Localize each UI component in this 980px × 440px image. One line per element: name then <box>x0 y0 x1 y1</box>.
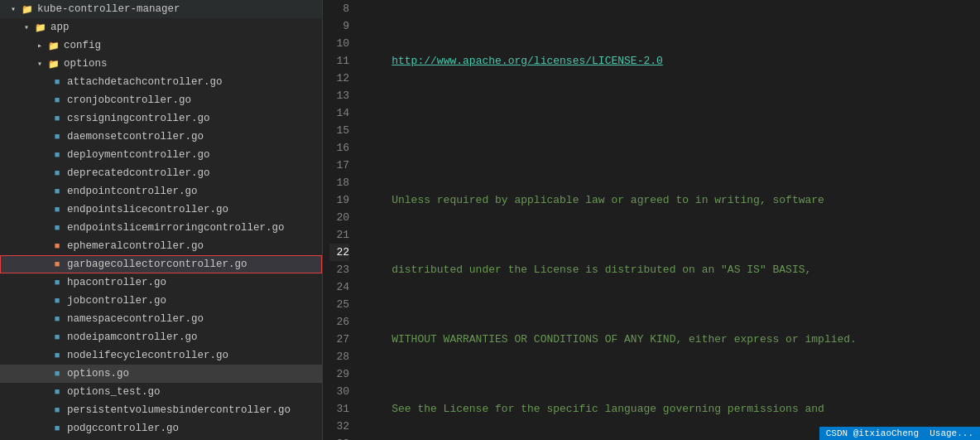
tree-label: jobcontroller.go <box>67 295 166 307</box>
tree-label: nodelifecyclecontroller.go <box>67 350 228 361</box>
tree-arrow-root: ▾ <box>7 4 20 14</box>
tree-file-namespace[interactable]: ■ namespacecontroller.go <box>0 310 322 328</box>
tree-label-root: kube-controller-manager <box>37 3 180 15</box>
go-file-icon: ■ <box>50 314 65 324</box>
go-file-icon: ■ <box>50 241 65 251</box>
tree-label: hpacontroller.go <box>67 277 166 288</box>
tree-file-hpa[interactable]: ■ hpacontroller.go <box>0 273 322 292</box>
tree-file-nodeipadm[interactable]: ■ nodeipamcontroller.go <box>0 328 322 346</box>
bottom-bar-text: CSDN @itxiaoCheng <box>826 428 919 438</box>
link-apache[interactable]: http://www.apache.org/licenses/LICENSE-2… <box>392 55 663 67</box>
tree-label: namespacecontroller.go <box>67 313 204 325</box>
go-file-icon: ■ <box>50 296 65 306</box>
tree-file-endpointslicemirroring[interactable]: ■ endpointslicemirroringcontroller.go <box>0 219 322 237</box>
tree-file-options-go[interactable]: ■ options.go <box>0 365 322 383</box>
tree-arrow-options: ▾ <box>33 59 46 69</box>
tree-arrow-app: ▾ <box>20 22 33 32</box>
folder-icon-options: 📁 <box>46 59 61 70</box>
tree-file-podgc[interactable]: ■ podgccontroller.go <box>0 419 322 438</box>
folder-icon-root: 📁 <box>20 4 35 15</box>
go-file-icon: ■ <box>50 114 65 123</box>
go-file-icon: ■ <box>50 278 65 288</box>
go-file-icon: ■ <box>50 150 65 160</box>
go-file-icon: ■ <box>50 332 65 342</box>
tree-file-job[interactable]: ■ jobcontroller.go <box>0 292 322 310</box>
tree-app[interactable]: ▾ 📁 app <box>0 18 322 36</box>
tree-label: ephemeralcontroller.go <box>67 240 204 252</box>
tree-options-folder[interactable]: ▾ 📁 options <box>0 55 322 73</box>
tree-arrow-config: ▸ <box>33 41 46 51</box>
tree-label: daemonsetcontroller.go <box>67 131 204 143</box>
code-line-11: distributed under the License is distrib… <box>366 261 980 278</box>
go-file-icon: ■ <box>50 223 65 233</box>
tree-root[interactable]: ▾ 📁 kube-controller-manager <box>0 0 322 18</box>
go-file-icon: ■ <box>50 351 65 360</box>
code-line-10: Unless required by applicable law or agr… <box>366 191 980 209</box>
tree-label-config: config <box>64 40 101 51</box>
file-tree[interactable]: ▾ 📁 kube-controller-manager ▾ 📁 app ▸ 📁 … <box>0 0 323 440</box>
tree-file-daemonset[interactable]: ■ daemonsetcontroller.go <box>0 128 322 146</box>
tree-file-options-test[interactable]: ■ options_test.go <box>0 383 322 401</box>
tree-file-cronjob[interactable]: ■ cronjobcontroller.go <box>0 91 322 109</box>
tree-file-csrsigning[interactable]: ■ csrsigningcontroller.go <box>0 109 322 128</box>
go-file-icon: ■ <box>50 132 65 142</box>
line-numbers: 8 9 10 11 12 13 14 15 16 17 18 19 20 21 … <box>323 0 359 440</box>
code-line-8: http://www.apache.org/licenses/LICENSE-2… <box>366 52 980 70</box>
folder-icon-app: 📁 <box>33 22 48 33</box>
tree-label: options_test.go <box>67 386 161 398</box>
tree-label-options-go: options.go <box>67 368 129 380</box>
tree-file-nodelifecycle[interactable]: ■ nodelifecyclecontroller.go <box>0 346 322 365</box>
tree-file-endpointslice[interactable]: ■ endpointslicecontroller.go <box>0 201 322 219</box>
tree-label: endpointslicecontroller.go <box>67 204 228 215</box>
go-file-icon: ■ <box>50 77 65 87</box>
tree-file-endpoint[interactable]: ■ endpointcontroller.go <box>0 182 322 201</box>
go-file-icon: ■ <box>50 95 65 105</box>
go-file-icon: ■ <box>50 205 65 215</box>
tree-label-options: options <box>64 58 108 70</box>
tree-label: deprecatedcontroller.go <box>67 167 210 179</box>
bottom-bar-suffix: Usage... <box>930 428 973 438</box>
folder-icon-config: 📁 <box>46 41 61 51</box>
tree-label: attachdetachcontroller.go <box>67 76 223 88</box>
tree-label: endpointslicemirroringcontroller.go <box>67 222 285 234</box>
code-line-13: See the License for the specific languag… <box>366 400 980 418</box>
go-file-icon: ■ <box>50 405 65 415</box>
code-lines: http://www.apache.org/licenses/LICENSE-2… <box>359 0 980 440</box>
tree-file-deployment[interactable]: ■ deploymentcontroller.go <box>0 146 322 164</box>
code-editor[interactable]: 8 9 10 11 12 13 14 15 16 17 18 19 20 21 … <box>323 0 980 440</box>
code-line-9 <box>366 122 980 139</box>
tree-label: nodeipamcontroller.go <box>67 331 198 343</box>
tree-label: podgccontroller.go <box>67 423 179 434</box>
tree-label: endpointcontroller.go <box>67 186 198 197</box>
go-file-icon: ■ <box>50 369 65 379</box>
tree-file-deprecated[interactable]: ■ deprecatedcontroller.go <box>0 164 322 182</box>
tree-file-garbagecollector[interactable]: ■ garbagecollectorcontroller.go <box>0 255 322 273</box>
go-file-icon: ■ <box>50 423 65 433</box>
tree-label: csrsigningcontroller.go <box>67 113 210 124</box>
go-file-icon: ■ <box>50 387 65 397</box>
status-bar: CSDN @itxiaoCheng Usage... <box>819 427 980 440</box>
tree-label: deploymentcontroller.go <box>67 149 210 161</box>
tree-label: cronjobcontroller.go <box>67 94 191 106</box>
tree-label: persistentvolumesbindercontroller.go <box>67 404 291 416</box>
code-line-12: WITHOUT WARRANTIES OR CONDITIONS OF ANY … <box>366 331 980 348</box>
go-file-icon: ■ <box>50 186 65 196</box>
go-file-icon-selected: ■ <box>50 259 65 269</box>
tree-file-attachdetach[interactable]: ■ attachdetachcontroller.go <box>0 73 322 91</box>
tree-file-persistentvol[interactable]: ■ persistentvolumesbindercontroller.go <box>0 401 322 419</box>
tree-file-ephemeral[interactable]: ■ ephemeralcontroller.go <box>0 237 322 255</box>
go-file-icon: ■ <box>50 168 65 178</box>
tree-config[interactable]: ▸ 📁 config <box>0 36 322 55</box>
tree-label-app: app <box>50 22 70 33</box>
tree-label-garbagecollector: garbagecollectorcontroller.go <box>67 259 247 270</box>
